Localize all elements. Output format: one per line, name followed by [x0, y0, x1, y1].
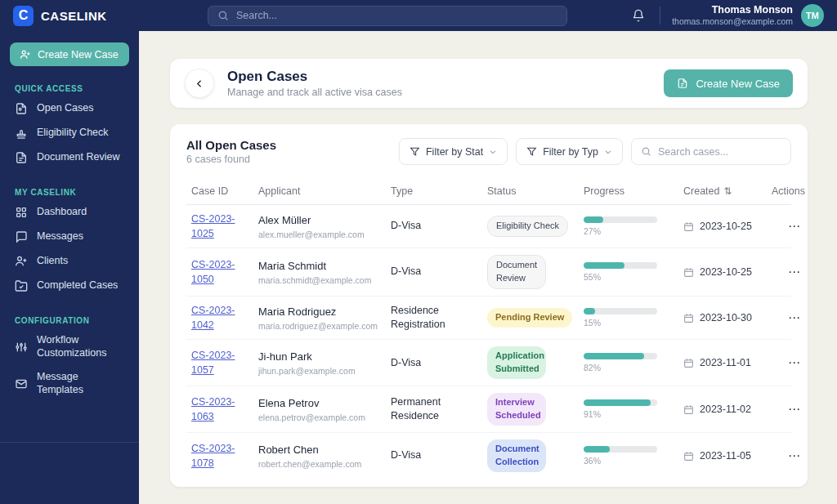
case-id-link[interactable]: CS-2023-1057 — [191, 348, 242, 377]
chevron-left-icon — [195, 78, 205, 89]
applicant-name: Maria Rodriguez — [258, 306, 389, 319]
mail-icon — [15, 377, 28, 390]
applicant-cell: Robert Chen robert.chen@example.com — [258, 444, 389, 469]
row-actions-button[interactable]: ⋯ — [783, 354, 806, 372]
filter-by-type-dropdown[interactable]: Filter by Typ — [516, 138, 623, 165]
case-id-link[interactable]: CS-2023-1063 — [191, 395, 242, 424]
created-cell: 2023-11-01 — [683, 357, 770, 368]
case-id-link[interactable]: CS-2023-1078 — [191, 441, 242, 471]
sidebar-item-label: Clients — [37, 255, 68, 268]
progress-track — [584, 216, 657, 223]
status-badge: Pending Review — [487, 308, 572, 328]
case-id-link[interactable]: CS-2023-1042 — [191, 303, 242, 332]
avatar[interactable]: TM — [801, 4, 824, 27]
case-type: D-Visa — [391, 265, 486, 279]
status-badge: Eligibility Check — [487, 216, 568, 237]
notifications-button[interactable] — [624, 6, 653, 25]
progress-cell: 36% — [584, 446, 657, 466]
topbar-divider — [660, 7, 660, 25]
sidebar-item-label: Workflow Customizations — [37, 334, 124, 359]
created-date: 2023-11-01 — [700, 357, 751, 368]
sidebar-create-new-case-label: Create New Case — [38, 49, 119, 60]
sidebar-item-workflow-customizations[interactable]: Workflow Customizations — [10, 328, 129, 365]
created-date: 2023-10-25 — [700, 221, 752, 232]
search-cases-placeholder: Search cases... — [658, 146, 728, 158]
search-cases-input[interactable]: Search cases... — [631, 138, 791, 165]
sidebar-item-label: Dashboard — [37, 206, 87, 219]
progress-fill — [584, 262, 624, 269]
created-date: 2023-10-30 — [700, 312, 752, 323]
applicant-cell: Maria Rodriguez maria.rodriguez@example.… — [258, 306, 389, 331]
sidebar-item-messages[interactable]: Messages — [10, 225, 129, 249]
applicant-email: alex.mueller@example.com — [258, 230, 389, 239]
sidebar-item-clients[interactable]: Clients — [10, 249, 129, 274]
main-content: Open Cases Manage and track all active v… — [139, 31, 837, 504]
progress-cell: 27% — [584, 216, 657, 236]
progress-track — [584, 308, 657, 314]
case-id-link[interactable]: CS-2023-1050 — [191, 257, 242, 287]
search-icon — [217, 10, 229, 21]
applicant-email: maria.schmidt@example.com — [258, 275, 389, 285]
progress-percent: 55% — [584, 272, 657, 282]
file-icon — [677, 78, 688, 89]
create-new-case-button[interactable]: Create New Case — [664, 69, 793, 97]
col-header-created-sortable[interactable]: Created ⇅ — [683, 185, 770, 197]
file-text-icon — [15, 151, 28, 164]
page-header-card: Open Cases Manage and track all active v… — [170, 59, 808, 108]
topbar-right: Thomas Monson thomas.monson@example.com … — [624, 4, 837, 28]
ellipsis-icon: ⋯ — [788, 402, 801, 416]
applicant-email: robert.chen@example.com — [258, 459, 389, 469]
brand-name: CASELINK — [41, 9, 107, 23]
sidebar-item-dashboard[interactable]: Dashboard — [10, 200, 129, 225]
progress-fill — [584, 353, 644, 359]
calendar-icon — [683, 404, 694, 415]
funnel-icon — [526, 146, 537, 157]
status-badge: Document Collection — [487, 439, 546, 472]
table-title: All Open Cases — [186, 138, 276, 152]
row-actions-button[interactable]: ⋯ — [783, 400, 806, 418]
row-actions-button[interactable]: ⋯ — [783, 217, 806, 235]
back-button[interactable] — [185, 69, 214, 98]
case-id-link[interactable]: CS-2023-1025 — [191, 212, 242, 241]
filter-by-status-dropdown[interactable]: Filter by Stat — [399, 138, 508, 165]
user-block: Thomas Monson thomas.monson@example.com — [672, 4, 793, 28]
applicant-cell: Alex Müller alex.mueller@example.com — [258, 214, 389, 239]
sidebar-create-new-case-button[interactable]: Create New Case — [10, 42, 129, 66]
search-icon — [641, 146, 651, 157]
user-plus-icon — [15, 255, 28, 268]
sidebar-item-message-templates[interactable]: Message Templates — [10, 365, 129, 402]
status-badge: Interview Scheduled — [487, 393, 546, 426]
user-plus-icon — [20, 49, 31, 60]
table-row: CS-2023-1025 Alex Müller alex.mueller@ex… — [186, 205, 791, 248]
created-date: 2023-11-05 — [700, 450, 751, 462]
status-badge: Document Review — [487, 255, 546, 289]
sidebar-item-eligibility-check[interactable]: Eligibility Check — [10, 121, 129, 145]
calendar-icon — [683, 313, 694, 323]
sidebar-section-configuration: CONFIGURATION Workflow Customizations Me… — [10, 316, 129, 403]
col-header-actions: Actions — [772, 185, 806, 197]
progress-percent: 82% — [584, 363, 657, 372]
col-header-type: Type — [391, 185, 486, 197]
applicant-cell: Maria Schmidt maria.schmidt@example.com — [258, 260, 389, 285]
created-cell: 2023-10-25 — [683, 221, 770, 232]
col-header-created: Created — [683, 185, 719, 197]
row-actions-button[interactable]: ⋯ — [783, 309, 806, 327]
ellipsis-icon: ⋯ — [788, 265, 801, 279]
table-title-block: All Open Cases 6 cases found — [186, 138, 276, 165]
case-type: D-Visa — [391, 219, 486, 234]
open-cases-card: All Open Cases 6 cases found Filter by S… — [170, 124, 808, 487]
page-subtitle: Manage and track all active visa cases — [227, 87, 402, 98]
case-type: Residence Registration — [391, 304, 486, 332]
sidebar-item-document-review[interactable]: Document Review — [10, 145, 129, 170]
sidebar-item-open-cases[interactable]: Open Cases — [10, 96, 129, 121]
row-actions-button[interactable]: ⋯ — [783, 447, 806, 465]
sidebar-item-completed-cases[interactable]: Completed Cases — [10, 274, 129, 298]
row-actions-button[interactable]: ⋯ — [783, 263, 806, 281]
progress-track — [584, 399, 657, 406]
applicant-name: Robert Chen — [258, 444, 389, 457]
global-search-input[interactable]: Search... — [208, 6, 567, 26]
progress-cell: 55% — [584, 262, 657, 282]
progress-fill — [584, 399, 651, 406]
col-header-applicant: Applicant — [258, 185, 389, 197]
open-cases-icon — [15, 102, 28, 115]
